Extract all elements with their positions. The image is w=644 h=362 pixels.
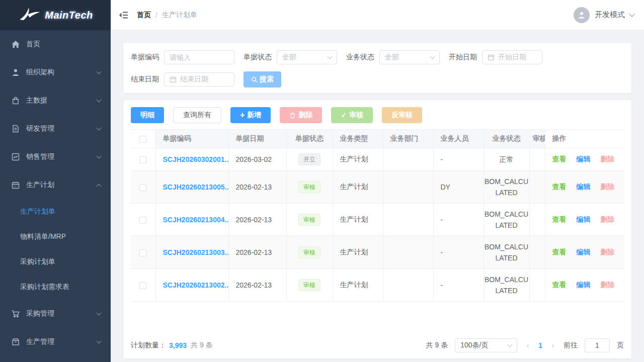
end-date-filter-label: 结束日期 [131, 75, 159, 84]
view-link[interactable]: 查看 [552, 183, 567, 191]
table-row: SCJH20260213002... 2026-02-13 审核 生产计划 - … [131, 268, 624, 301]
edit-link[interactable]: 编辑 [576, 215, 590, 223]
column-header-dept: 业务部门 [383, 130, 433, 148]
delete-link[interactable]: 删除 [600, 248, 614, 256]
delete-link[interactable]: 删除 [600, 215, 614, 223]
user-menu[interactable]: 开发模式 [574, 7, 634, 23]
sidebar-item-label: 销售管理 [26, 152, 97, 161]
sidebar-item-rd-management[interactable]: 研发管理 [0, 115, 111, 143]
code-link[interactable]: SCJH20260213004... [163, 216, 228, 224]
breadcrumb-home[interactable]: 首页 [137, 11, 151, 20]
view-link[interactable]: 查看 [552, 155, 567, 163]
row-checkbox[interactable] [139, 249, 146, 256]
table-row: SCJH20260213005... 2026-02-13 审核 生产计划 DY… [131, 170, 624, 203]
sidebar-subitem-label: 采购计划需求表 [20, 283, 69, 292]
breadcrumb-separator: / [155, 11, 157, 19]
page-size-value: 100条/页 [460, 341, 488, 350]
delete-link[interactable]: 删除 [600, 183, 614, 191]
breadcrumb-current: 生产计划单 [162, 11, 197, 20]
edit-link[interactable]: 编辑 [576, 248, 590, 256]
plan-count-label: 计划数量： [131, 341, 166, 350]
view-link[interactable]: 查看 [552, 215, 567, 223]
data-table: 单据编码 单据日期 单据状态 业务类型 业务部门 业务人员 业务状态 审核 操作… [131, 130, 624, 302]
chevron-down-icon [97, 69, 102, 74]
row-checkbox[interactable] [139, 217, 146, 224]
edit-link[interactable]: 编辑 [576, 183, 590, 191]
delete-link[interactable]: 删除 [600, 281, 614, 289]
add-button[interactable]: +新增 [230, 107, 271, 123]
sidebar-item-label: 研发管理 [26, 124, 97, 133]
table-row: SCJH20260213004... 2026-02-13 审核 生产计划 - … [131, 203, 624, 236]
row-checkbox[interactable] [139, 282, 146, 289]
sidebar-item-label: 首页 [26, 40, 101, 49]
prev-page-button[interactable]: ‹ [524, 341, 531, 349]
status-badge: 审核 [298, 279, 320, 291]
view-link[interactable]: 查看 [552, 248, 567, 256]
chevron-down-icon [629, 11, 634, 17]
doc-status-value: 全部 [282, 53, 296, 62]
column-header-biz-status: 业务状态 [484, 130, 529, 148]
sidebar-item-organization[interactable]: 组织架构 [0, 58, 111, 86]
doc-status-select[interactable]: 全部 [277, 50, 337, 64]
code-link[interactable]: SCJH20260213005... [163, 183, 228, 191]
row-checkbox[interactable] [139, 156, 146, 163]
query-all-button[interactable]: 查询所有 [173, 107, 221, 123]
column-header-status: 单据状态 [286, 130, 333, 148]
sidebar-subitem-production-plan-order[interactable]: 生产计划单 [0, 199, 111, 224]
next-page-button[interactable]: › [549, 341, 556, 349]
trash-icon [289, 112, 296, 119]
document-icon [11, 124, 20, 133]
audit-button[interactable]: ✓审核 [331, 107, 373, 123]
sidebar-fold-icon[interactable] [119, 10, 129, 20]
sidebar-item-sales-management[interactable]: 销售管理 [0, 143, 111, 171]
delete-button[interactable]: 删除 [280, 107, 322, 123]
filter-panel: 单据编码 单据状态 全部 业务状态 全部 开始日期 开始日期 [123, 43, 631, 93]
sidebar-item-home[interactable]: 首页 [0, 30, 111, 58]
status-badge: 审核 [298, 246, 320, 258]
swoosh-logo-icon [18, 7, 44, 24]
page-number[interactable]: 1 [538, 341, 542, 349]
column-header-date: 单据日期 [228, 130, 286, 148]
cart-icon [11, 309, 20, 318]
view-link[interactable]: 查看 [552, 281, 567, 289]
user-mode-label: 开发模式 [595, 10, 625, 20]
calendar-icon [170, 76, 177, 83]
biz-status-select[interactable]: 全部 [379, 50, 440, 64]
row-checkbox[interactable] [139, 184, 146, 191]
brand-name: MainTech [45, 10, 93, 21]
home-icon [11, 40, 20, 49]
check-icon: ✓ [341, 111, 347, 119]
sidebar-item-purchase-management[interactable]: 采购管理 [0, 300, 111, 328]
select-all-checkbox[interactable] [139, 136, 146, 143]
sidebar-subitem-purchase-plan-order[interactable]: 采购计划单 [0, 249, 111, 275]
table-row: SCJH20260302001... 2026-03-02 开立 生产计划 - … [131, 148, 624, 170]
table-footer: 计划数量： 3,993 共 9 条 共 9 条 100条/页 ‹ 1 › 前往 … [131, 332, 624, 358]
search-button[interactable]: 搜索 [244, 71, 281, 87]
brand-logo: MainTech [0, 0, 111, 30]
sidebar-item-master-data[interactable]: 主数据 [0, 86, 111, 115]
start-date-picker[interactable]: 开始日期 [482, 50, 542, 64]
code-link[interactable]: SCJH20260213002... [163, 281, 228, 289]
sidebar-item-production-plan[interactable]: 生产计划 [0, 171, 111, 199]
sidebar-item-production-management[interactable]: 生产管理 [0, 328, 111, 356]
code-link[interactable]: SCJH20260302001... [163, 155, 228, 163]
sidebar-subitem-purchase-plan-demand[interactable]: 采购计划需求表 [0, 275, 111, 300]
sidebar-subitem-bom-mrp[interactable]: 物料清单/MRP [0, 224, 111, 249]
page-size-select[interactable]: 100条/页 [455, 338, 517, 352]
end-date-picker[interactable]: 结束日期 [164, 72, 234, 86]
top-navbar: 首页 / 生产计划单 开发模式 [111, 0, 644, 30]
code-link[interactable]: SCJH20260213003... [163, 248, 228, 256]
unaudit-button[interactable]: 反审核 [382, 107, 422, 123]
code-filter-input[interactable] [164, 50, 234, 64]
detail-button[interactable]: 明细 [131, 107, 164, 123]
edit-link[interactable]: 编辑 [576, 281, 590, 289]
chevron-down-icon [430, 54, 435, 59]
chevron-down-icon [97, 126, 102, 131]
bag-icon [11, 96, 20, 105]
delete-link[interactable]: 删除 [600, 155, 614, 163]
goto-page-input[interactable] [585, 338, 610, 352]
end-date-placeholder: 结束日期 [180, 75, 208, 84]
edit-link[interactable]: 编辑 [576, 155, 590, 163]
page-unit-label: 页 [617, 341, 624, 350]
sidebar-subitem-label: 生产计划单 [20, 207, 55, 216]
